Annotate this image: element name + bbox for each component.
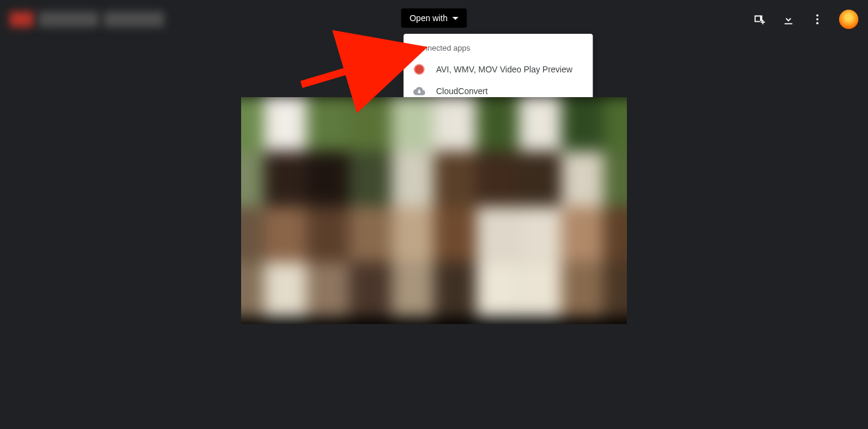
more-options-button[interactable]	[810, 12, 825, 27]
dropdown-item-avi-preview[interactable]: AVI, WMV, MOV Video Play Preview	[403, 59, 593, 80]
open-with-button[interactable]: Open with	[401, 8, 467, 28]
file-icon-blurred	[10, 11, 34, 27]
add-to-drive-button[interactable]	[752, 12, 767, 27]
topbar: Open with Connected apps AVI, WMV, MOV V…	[0, 0, 868, 39]
account-avatar[interactable]	[839, 10, 858, 29]
svg-point-0	[816, 14, 819, 17]
download-button[interactable]	[781, 12, 796, 27]
dropdown-item-label: CloudConvert	[436, 86, 488, 96]
cloudconvert-icon	[413, 85, 425, 97]
video-frame-blurred	[241, 97, 627, 317]
video-preview[interactable]	[241, 97, 627, 324]
svg-point-2	[816, 22, 819, 25]
open-with-label: Open with	[409, 13, 447, 23]
dropdown-item-label: AVI, WMV, MOV Video Play Preview	[436, 65, 572, 74]
dropdown-header: Connected apps	[403, 39, 593, 59]
open-with-wrap: Open with Connected apps AVI, WMV, MOV V…	[401, 8, 467, 28]
file-name-blurred-2	[104, 11, 164, 27]
svg-point-1	[816, 18, 819, 21]
file-info	[10, 11, 190, 27]
video-preview-icon	[413, 63, 425, 75]
file-name-blurred	[39, 11, 99, 27]
svg-line-3	[301, 53, 407, 84]
right-icons	[752, 10, 858, 29]
caret-down-icon	[453, 17, 459, 20]
